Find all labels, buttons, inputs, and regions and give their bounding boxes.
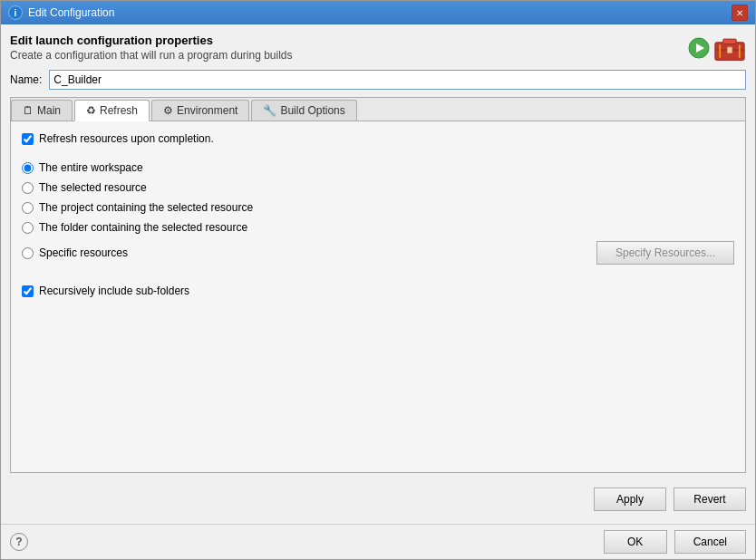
bottom-buttons: Apply Revert <box>10 480 746 515</box>
main-tab-icon: 🗒 <box>23 104 34 117</box>
radio-selected-resource[interactable] <box>22 182 34 194</box>
briefcase-icon <box>713 34 746 63</box>
recursively-checkbox[interactable] <box>22 285 34 297</box>
tab-environment-label: Environment <box>177 104 237 117</box>
tab-refresh-label: Refresh <box>100 104 138 117</box>
revert-button[interactable]: Revert <box>674 488 746 511</box>
tab-build-options-label: Build Options <box>280 104 344 117</box>
tab-main-label: Main <box>37 104 61 117</box>
title-bar: i Edit Configuration ✕ <box>1 1 755 24</box>
svg-rect-3 <box>723 39 736 43</box>
name-row: Name: <box>10 70 746 90</box>
apply-button[interactable]: Apply <box>594 488 666 511</box>
tab-environment[interactable]: ⚙ Environment <box>151 100 249 121</box>
radio-folder-containing[interactable] <box>22 222 34 234</box>
radio-specific-resources-label: Specific resources <box>39 246 128 259</box>
recursively-row: Recursively include sub-folders <box>22 285 734 297</box>
header-subtitle: Create a configuration that will run a p… <box>10 49 293 62</box>
cancel-button[interactable]: Cancel <box>674 530 746 554</box>
recursively-checkbox-label: Recursively include sub-folders <box>39 285 189 297</box>
header-section: Edit launch configuration properties Cre… <box>10 34 746 63</box>
radio-entire-workspace-label: The entire workspace <box>39 161 143 174</box>
environment-tab-icon: ⚙ <box>163 104 173 117</box>
close-button[interactable]: ✕ <box>732 5 748 21</box>
header-text-block: Edit launch configuration properties Cre… <box>10 34 293 62</box>
name-label: Name: <box>10 73 42 86</box>
radio-project-containing-row: The project containing the selected reso… <box>22 201 734 214</box>
refresh-checkbox-row: Refresh resources upon completion. <box>22 132 734 145</box>
info-icon: i <box>8 5 23 20</box>
radio-project-containing-label: The project containing the selected reso… <box>39 201 253 214</box>
header-title: Edit launch configuration properties <box>10 34 293 47</box>
radio-selected-resource-label: The selected resource <box>39 181 147 194</box>
radio-folder-containing-row: The folder containing the selected resou… <box>22 221 734 234</box>
specific-resources-row: Specific resources Specify Resources... <box>22 241 734 265</box>
radio-folder-containing-label: The folder containing the selected resou… <box>39 221 247 234</box>
name-input[interactable] <box>49 70 746 90</box>
title-bar-left: i Edit Configuration <box>8 5 114 20</box>
dialog-footer: ? OK Cancel <box>1 524 755 559</box>
radio-specific-resources[interactable] <box>22 247 34 259</box>
tab-main[interactable]: 🗒 Main <box>11 100 73 121</box>
footer-buttons: OK Cancel <box>604 530 746 554</box>
dialog-body: Edit launch configuration properties Cre… <box>1 24 755 524</box>
radio-group: The entire workspace The selected resour… <box>22 154 734 272</box>
radio-selected-resource-row: The selected resource <box>22 181 734 194</box>
ok-button[interactable]: OK <box>604 530 667 554</box>
content-spacer <box>22 306 734 461</box>
help-icon[interactable]: ? <box>10 533 28 551</box>
radio-specific-resources-inner-row: Specific resources <box>22 246 128 259</box>
tabs-container: 🗒 Main ♻ Refresh ⚙ Environment 🔧 Build O… <box>10 97 746 473</box>
header-icon-area <box>688 34 746 63</box>
radio-project-containing[interactable] <box>22 202 34 214</box>
refresh-tab-content: Refresh resources upon completion. The e… <box>11 121 745 472</box>
play-icon <box>688 37 710 59</box>
tab-bar: 🗒 Main ♻ Refresh ⚙ Environment 🔧 Build O… <box>11 98 745 121</box>
refresh-tab-icon: ♻ <box>86 104 96 117</box>
tab-build-options[interactable]: 🔧 Build Options <box>251 100 356 121</box>
tab-refresh[interactable]: ♻ Refresh <box>74 100 150 121</box>
radio-entire-workspace-row: The entire workspace <box>22 161 734 174</box>
radio-entire-workspace[interactable] <box>22 162 34 174</box>
refresh-checkbox-label: Refresh resources upon completion. <box>39 132 214 145</box>
build-options-tab-icon: 🔧 <box>263 104 276 117</box>
svg-rect-5 <box>727 47 732 53</box>
refresh-checkbox[interactable] <box>22 133 34 145</box>
specify-resources-button[interactable]: Specify Resources... <box>596 241 734 265</box>
dialog-title: Edit Configuration <box>28 6 114 19</box>
edit-configuration-dialog: i Edit Configuration ✕ Edit launch confi… <box>0 0 756 560</box>
